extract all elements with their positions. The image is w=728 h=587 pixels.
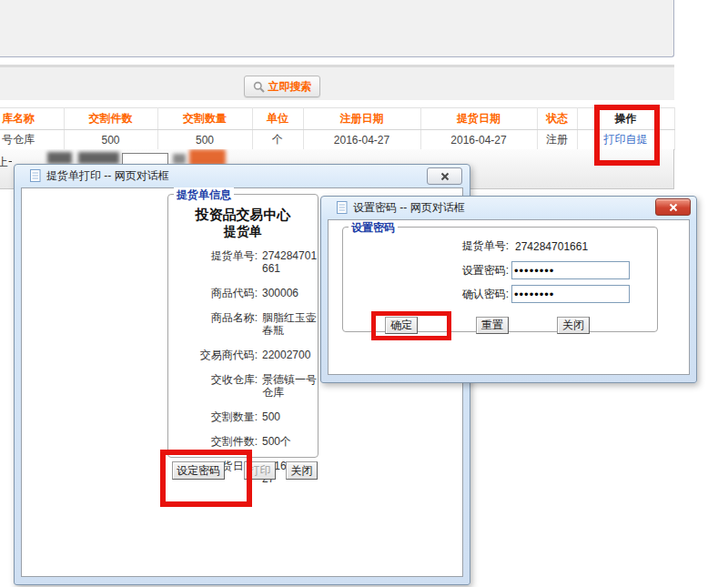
password-dialog-title: 设置密码 -- 网页对话框	[353, 200, 465, 216]
cell-quantity: 500	[157, 130, 252, 150]
cell-register-date: 2016-04-27	[303, 130, 420, 150]
password-dialog-titlebar: 设置密码 -- 网页对话框	[321, 197, 696, 218]
field-delivery-pieces: 交割件数: 500个	[168, 435, 318, 448]
highlight-rect-print-link	[594, 105, 660, 166]
header-status: 状态	[537, 108, 577, 130]
password-dialog-close-button[interactable]	[655, 198, 691, 216]
close-icon	[440, 172, 450, 181]
cell-unit: 个	[252, 130, 303, 150]
row-confirm-password: 确认密码:	[343, 285, 657, 303]
header-pieces: 交割件数	[64, 108, 157, 130]
redacted-pagination-text	[173, 154, 186, 164]
close-password-dialog-button[interactable]: 关闭	[557, 317, 590, 334]
doc-title-line1: 投资品交易中心	[168, 207, 318, 224]
close-print-dialog-button[interactable]: 关闭	[286, 461, 318, 480]
prev-page-partial-text: 上一	[0, 155, 12, 170]
field-order-number: 提货单号: 274284701661	[168, 249, 318, 275]
highlight-rect-set-password	[160, 450, 252, 507]
set-password-legend: 设置密码	[349, 220, 398, 236]
search-toolbar: 立即搜索	[0, 65, 674, 100]
document-icon	[30, 169, 41, 182]
search-now-label: 立即搜索	[268, 79, 312, 95]
doc-title-line2: 提货单	[168, 224, 318, 240]
header-pickup-date: 提货日期	[420, 108, 537, 130]
cell-pieces: 500	[64, 130, 157, 150]
field-commodity-name: 商品名称: 胭脂红玉壶春瓶	[168, 311, 318, 337]
document-icon	[337, 201, 348, 214]
print-dialog-close-button[interactable]	[427, 167, 462, 185]
delivery-orders-table: 库名称 交割件数 交割数量 单位 注册日期 提货日期 状态 操作 号仓库 500…	[0, 107, 675, 150]
highlight-rect-ok-button	[371, 311, 451, 340]
header-warehouse: 库名称	[0, 108, 64, 130]
row-set-password: 设置密码:	[343, 261, 657, 279]
cell-status: 注册	[537, 130, 577, 150]
close-icon	[669, 203, 678, 212]
field-warehouse: 交收仓库: 景德镇一号仓库	[168, 373, 318, 399]
row-order-number: 提货单号: 274284701661	[343, 238, 657, 254]
print-dialog-titlebar: 提货单打印 -- 网页对话框	[15, 165, 470, 187]
header-unit: 单位	[252, 108, 303, 130]
set-password-dialog: 设置密码 -- 网页对话框 设置密码 提货单号: 274284701661 设置…	[320, 196, 697, 383]
search-form-panel	[0, 0, 674, 57]
confirm-password-input[interactable]	[511, 285, 630, 303]
header-register-date: 注册日期	[303, 108, 420, 130]
table-row: 号仓库 500 500 个 2016-04-27 2016-04-27 注册 打…	[0, 130, 674, 150]
delivery-order-info-legend: 提货单信息	[174, 187, 234, 203]
field-trader-code: 交易商代码: 22002700	[168, 349, 318, 361]
cell-warehouse: 号仓库	[0, 130, 64, 150]
cell-pickup-date: 2016-04-27	[420, 130, 537, 150]
field-delivery-quantity: 交割数量: 500	[168, 410, 318, 423]
header-quantity: 交割数量	[157, 108, 252, 130]
search-icon	[253, 81, 265, 93]
table-header-row: 库名称 交割件数 交割数量 单位 注册日期 提货日期 状态 操作	[0, 108, 674, 130]
field-commodity-code: 商品代码: 300006	[168, 287, 318, 299]
redacted-pagination-text	[47, 152, 72, 164]
set-password-input[interactable]	[511, 261, 630, 279]
print-dialog-title: 提货单打印 -- 网页对话框	[46, 168, 169, 184]
reset-button[interactable]: 重置	[476, 317, 509, 334]
redacted-pagination-text	[78, 152, 119, 164]
search-now-button[interactable]: 立即搜索	[244, 76, 320, 97]
delivery-order-info-groupbox: 提货单信息 投资品交易中心 提货单 提货单号: 274284701661 商品代…	[167, 194, 318, 458]
